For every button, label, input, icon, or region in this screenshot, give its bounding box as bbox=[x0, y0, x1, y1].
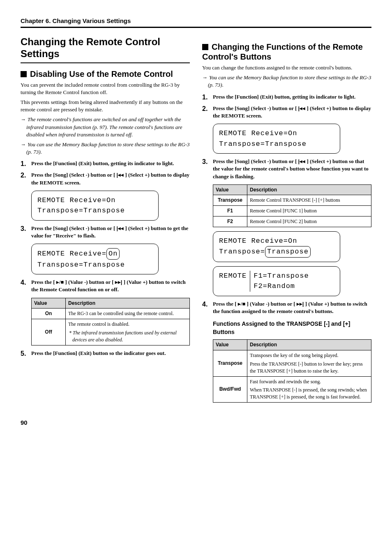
prev-icon: ◂◂ bbox=[300, 105, 305, 111]
lcd-display: REMOTE F1=Transpose F2=Random bbox=[213, 266, 340, 296]
note-item: →You can use the Memory Backup function … bbox=[208, 74, 371, 89]
step-5: 5.Press the [Function] (Exit) button so … bbox=[21, 350, 190, 357]
playstop-icon: ▸/■ bbox=[238, 301, 245, 307]
section-title: Disabling Use of the Remote Control bbox=[21, 69, 190, 79]
section-title: Changing the Functions of the Remote Con… bbox=[202, 42, 371, 62]
step-1: 1.Press the [Function] (Exit) button, ge… bbox=[202, 93, 371, 101]
paragraph: You can change the functions assigned to… bbox=[202, 64, 371, 71]
divider bbox=[21, 62, 190, 63]
functions-heading: Functions Assigned to the TRANSPOSE [-] … bbox=[213, 320, 371, 336]
right-column: Changing the Functions of the Remote Con… bbox=[202, 36, 371, 406]
content-columns: Changing the Remote Control Settings Dis… bbox=[21, 36, 371, 406]
table-row: Transpose Transposes the key of the song… bbox=[213, 350, 371, 376]
table-row: Transpose Remote Control TRANSPOSE [-] [… bbox=[213, 195, 371, 206]
playstop-icon: ▸/■ bbox=[56, 279, 64, 285]
table-row: F1 Remote Control [FUNC 1] button bbox=[213, 206, 371, 216]
divider bbox=[21, 27, 371, 28]
main-title: Changing the Remote Control Settings bbox=[21, 36, 190, 60]
table-header: Description bbox=[66, 298, 190, 309]
paragraph: This prevents settings from being altere… bbox=[21, 99, 190, 113]
note-item: →The remote control's functions are swit… bbox=[26, 116, 190, 138]
table-header: Description bbox=[247, 184, 371, 195]
functions-table: Value Description Transpose Transposes t… bbox=[213, 339, 371, 403]
table-row: On The RG-3 can be controlled using the … bbox=[32, 309, 190, 319]
table-header: Value bbox=[213, 340, 247, 350]
value-table: Value Description On The RG-3 can be con… bbox=[31, 298, 190, 345]
step-2: 2.Press the [Song] (Select -) button or … bbox=[21, 171, 190, 186]
next-icon: ▸▸ bbox=[297, 301, 302, 307]
lcd-display: REMOTE Receive=On Transpose=Transpose bbox=[213, 231, 340, 262]
lcd-display: REMOTE Receive=On Transpose=Transpose bbox=[31, 244, 159, 274]
value-table: Value Description Transpose Remote Contr… bbox=[213, 184, 371, 227]
table-header: Value bbox=[213, 184, 247, 195]
table-header: Value bbox=[32, 298, 66, 309]
step-1: 1.Press the [Function] (Exit) button, ge… bbox=[21, 160, 190, 167]
prev-icon: ◂◂ bbox=[300, 158, 305, 164]
table-row: F2 Remote Control [FUNC 2] button bbox=[213, 216, 371, 227]
step-2: 2.Press the [Song] (Select -) button or … bbox=[202, 105, 371, 120]
paragraph: You can prevent the included remote cont… bbox=[21, 81, 190, 96]
step-3: 3.Press the [Song] (Select -) button or … bbox=[202, 158, 371, 180]
lcd-display: REMOTE Receive=On Transpose=Transpose bbox=[31, 191, 159, 221]
table-row: Off The remote control is disabled. * Th… bbox=[32, 319, 190, 345]
prev-icon: ◂◂ bbox=[118, 225, 124, 231]
step-3: 3.Press the [Song] (Select -) button or … bbox=[21, 225, 190, 240]
table-header: Description bbox=[247, 340, 371, 350]
step-4: 4.Press the [ ▸/■ ] (Value -) button or … bbox=[21, 279, 190, 293]
lcd-display: REMOTE Receive=On Transpose=Transpose bbox=[213, 124, 340, 154]
table-row: Bwd/Fwd Fast forwards and rewinds the so… bbox=[213, 376, 371, 402]
next-icon: ▸▸ bbox=[115, 279, 121, 285]
left-column: Changing the Remote Control Settings Dis… bbox=[21, 36, 190, 406]
prev-icon: ◂◂ bbox=[118, 172, 124, 178]
step-4: 4.Press the [ ▸/■ ] (Value -) button or … bbox=[202, 300, 371, 315]
chapter-header: Chapter 6. Changing Various Settings bbox=[21, 16, 371, 25]
note-item: →You can use the Memory Backup function … bbox=[26, 141, 190, 156]
page-number: 90 bbox=[21, 418, 371, 427]
